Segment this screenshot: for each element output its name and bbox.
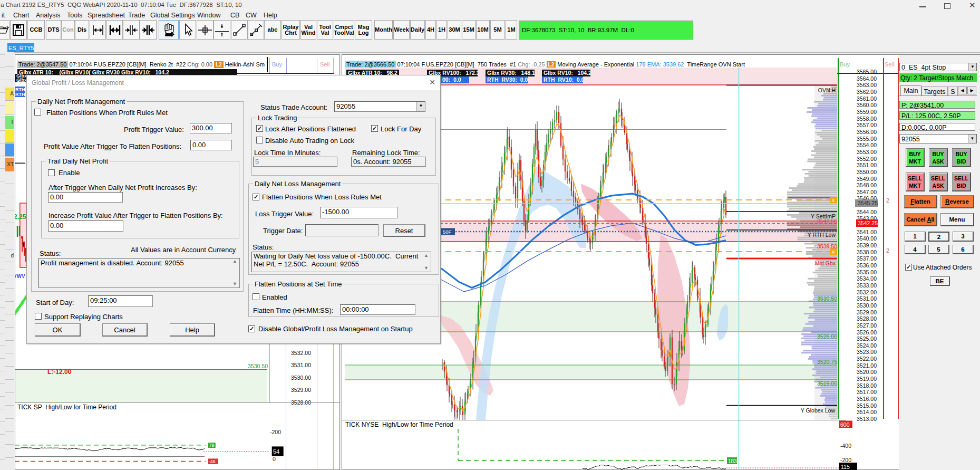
- svg-text:0: 0: [273, 456, 276, 462]
- svg-text:50F: 50F: [443, 229, 452, 235]
- svg-text:54: 54: [273, 448, 279, 455]
- svg-text:3519.00: 3519.00: [817, 380, 837, 387]
- svg-text:X: X: [832, 250, 835, 255]
- svg-text:3530.50: 3530.50: [817, 295, 837, 302]
- svg-text:RTH: RTH: [15, 92, 25, 97]
- svg-text:3526.00: 3526.00: [817, 333, 837, 340]
- svg-text:VWV: VWV: [15, 273, 25, 279]
- svg-text:-46: -46: [209, 459, 216, 464]
- svg-text:-200: -200: [270, 429, 281, 435]
- svg-text:-400: -400: [840, 443, 851, 449]
- svg-text:79: 79: [209, 443, 215, 448]
- svg-text:RTH: RTH: [15, 87, 25, 92]
- svg-text:Y Globex Low: Y Globex Low: [801, 407, 836, 414]
- svg-text:600: 600: [840, 421, 850, 428]
- svg-text:3520.75: 3520.75: [817, 359, 837, 365]
- svg-text:OVN H: OVN H: [818, 87, 836, 93]
- svg-text:2.25: 2.25: [15, 213, 26, 220]
- svg-text:115: 115: [841, 464, 850, 470]
- svg-text:183: 183: [728, 458, 737, 464]
- svg-text:Mid Gbx: Mid Gbx: [815, 260, 836, 266]
- svg-text:X: X: [832, 198, 835, 203]
- svg-text:Y RTH Low: Y RTH Low: [808, 232, 836, 238]
- svg-text:-200: -200: [840, 457, 851, 463]
